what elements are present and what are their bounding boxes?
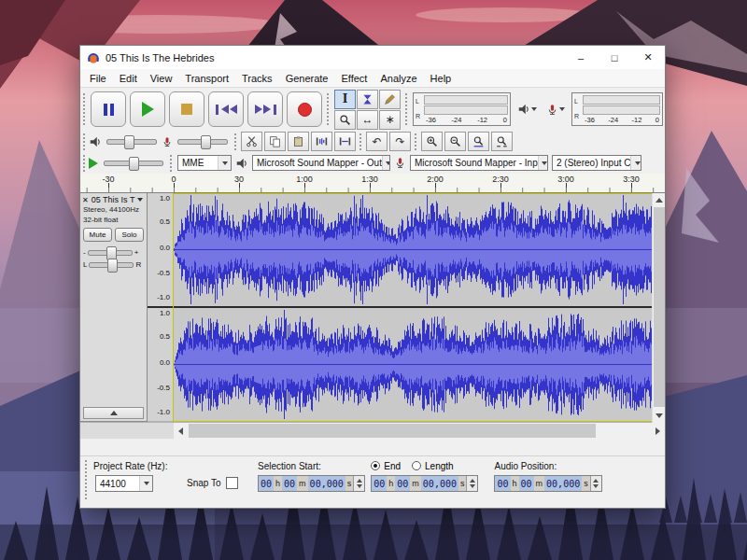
- envelope-tool-button[interactable]: [357, 90, 378, 109]
- meter-bar-right: [424, 105, 508, 115]
- zoom-in-button[interactable]: [421, 132, 443, 151]
- maximize-button[interactable]: □: [598, 46, 631, 69]
- silence-audio-button[interactable]: [334, 132, 356, 151]
- redo-button[interactable]: ↷: [389, 132, 411, 151]
- vertical-ruler[interactable]: 1.0 0.5 0.0 -0.5 -1.0: [148, 193, 174, 306]
- vertical-ruler[interactable]: 1.0 0.5 0.0 -0.5 -1.0: [148, 308, 174, 421]
- toolbar-grip[interactable]: [82, 154, 87, 171]
- menu-generate[interactable]: Generate: [279, 71, 335, 86]
- input-volume-slider[interactable]: [177, 139, 228, 145]
- menu-tracks[interactable]: Tracks: [235, 71, 279, 86]
- snap-to-checkbox[interactable]: [226, 477, 238, 489]
- toolbar-grip[interactable]: [233, 133, 238, 149]
- waveform-canvas-right[interactable]: [174, 308, 652, 421]
- length-radio[interactable]: [412, 461, 421, 470]
- play-button[interactable]: [130, 91, 165, 127]
- horizontal-scrollbar[interactable]: [174, 423, 665, 439]
- mute-button[interactable]: Mute: [83, 228, 112, 242]
- project-rate-select[interactable]: 44100: [95, 475, 153, 492]
- stop-icon: [181, 104, 192, 115]
- play-at-speed-icon[interactable]: [89, 158, 98, 169]
- toolbar-grip[interactable]: [404, 92, 409, 127]
- input-channels-select[interactable]: 2 (Stereo) Input C: [552, 155, 641, 171]
- menu-effect[interactable]: Effect: [335, 71, 374, 86]
- solo-button[interactable]: Solo: [115, 228, 144, 242]
- pause-button[interactable]: [91, 91, 126, 127]
- minimize-button[interactable]: –: [564, 46, 598, 69]
- menu-transport[interactable]: Transport: [178, 71, 235, 86]
- undo-button[interactable]: ↶: [366, 132, 388, 151]
- gain-slider[interactable]: [88, 250, 133, 256]
- vertical-scroll-thumb[interactable]: [654, 207, 665, 407]
- timeline-ruler[interactable]: -30 0 30 1:00 1:30 2:00 2:30 3:00 3:30: [80, 174, 665, 193]
- track-close-icon[interactable]: ✕: [82, 196, 89, 204]
- track-name[interactable]: 05 This Is T: [92, 195, 135, 204]
- copy-button[interactable]: [264, 132, 286, 151]
- skip-to-start-button[interactable]: [208, 91, 244, 127]
- transport-toolbar: [89, 90, 324, 129]
- close-button[interactable]: ✕: [631, 46, 665, 69]
- toolbar-grip[interactable]: [414, 133, 418, 149]
- menu-help[interactable]: Help: [424, 71, 458, 86]
- draw-tool-button[interactable]: [379, 90, 401, 109]
- toolbar-grip[interactable]: [82, 133, 87, 149]
- menu-view[interactable]: View: [144, 71, 179, 86]
- selection-tool-button[interactable]: I: [334, 90, 356, 109]
- skip-to-end-button[interactable]: [247, 91, 283, 127]
- scroll-up-arrow[interactable]: [653, 193, 665, 207]
- selection-start-field[interactable]: 00h00m00,000s: [258, 475, 365, 492]
- trim-audio-button[interactable]: [311, 132, 332, 151]
- stop-button[interactable]: [169, 91, 204, 127]
- fit-selection-button[interactable]: [468, 132, 489, 151]
- horizontal-scroll-thumb[interactable]: [189, 424, 596, 438]
- skip-end-icon: [255, 105, 262, 114]
- paste-button[interactable]: [288, 132, 309, 151]
- pan-slider[interactable]: [89, 262, 134, 268]
- slider-thumb[interactable]: [124, 135, 134, 149]
- slider-thumb[interactable]: [107, 259, 118, 273]
- output-volume-slider[interactable]: [106, 139, 157, 145]
- fit-project-button[interactable]: [491, 132, 513, 151]
- end-radio[interactable]: [371, 461, 380, 470]
- menu-edit[interactable]: Edit: [113, 71, 144, 86]
- audio-position-field[interactable]: 00h00m00,000s: [494, 475, 601, 492]
- selection-end-field[interactable]: 00h00m00,000s: [371, 475, 478, 492]
- track-menu-chevron-icon[interactable]: [137, 198, 143, 202]
- timeshift-tool-button[interactable]: ↔: [357, 110, 378, 130]
- meter-scale: -36-24-120: [424, 116, 509, 124]
- spinner-buttons[interactable]: [466, 476, 477, 491]
- titlebar[interactable]: 05 This Is The Hebrides – □ ✕: [80, 46, 665, 69]
- playback-meter-menu-button[interactable]: [514, 100, 540, 119]
- toolbar-grip[interactable]: [82, 92, 87, 127]
- playback-meter[interactable]: L R -36-24-120: [413, 92, 511, 126]
- menu-file[interactable]: File: [83, 71, 113, 86]
- zoom-tool-button[interactable]: [334, 110, 356, 130]
- slider-thumb[interactable]: [129, 157, 139, 171]
- recording-meter[interactable]: L R -36-24-120: [571, 92, 663, 126]
- record-meter-menu-button[interactable]: [543, 101, 568, 119]
- toolbar-grip[interactable]: [326, 92, 331, 127]
- audio-host-select[interactable]: MME: [177, 155, 232, 171]
- spinner-buttons[interactable]: [353, 476, 364, 491]
- zoom-out-button[interactable]: [444, 132, 466, 151]
- input-device-select[interactable]: Microsoft Sound Mapper - Inp: [410, 155, 548, 171]
- track-control-panel[interactable]: ✕ 05 This Is T Stereo, 44100Hz 32-bit fl…: [80, 193, 148, 422]
- waveform-canvas-left[interactable]: [174, 193, 652, 306]
- cut-button[interactable]: [241, 132, 262, 151]
- menu-analyze[interactable]: Analyze: [374, 71, 423, 86]
- toolbar-grip[interactable]: [359, 133, 363, 149]
- track-collapse-button[interactable]: [83, 407, 144, 419]
- scroll-down-arrow[interactable]: [653, 409, 665, 423]
- spinner-buttons[interactable]: [590, 476, 601, 491]
- play-speed-slider[interactable]: [104, 161, 163, 166]
- multi-tool-button[interactable]: ∗: [379, 110, 401, 130]
- vertical-scrollbar[interactable]: [652, 193, 665, 423]
- scroll-left-arrow[interactable]: [174, 423, 188, 439]
- scroll-right-arrow[interactable]: [651, 423, 665, 439]
- toolbar-grip[interactable]: [169, 154, 174, 171]
- slider-thumb[interactable]: [201, 135, 211, 149]
- output-device-select[interactable]: Microsoft Sound Mapper - Out: [252, 155, 390, 171]
- toolbar-grip[interactable]: [84, 459, 89, 500]
- envelope-icon: [361, 93, 374, 105]
- record-button[interactable]: [287, 91, 322, 127]
